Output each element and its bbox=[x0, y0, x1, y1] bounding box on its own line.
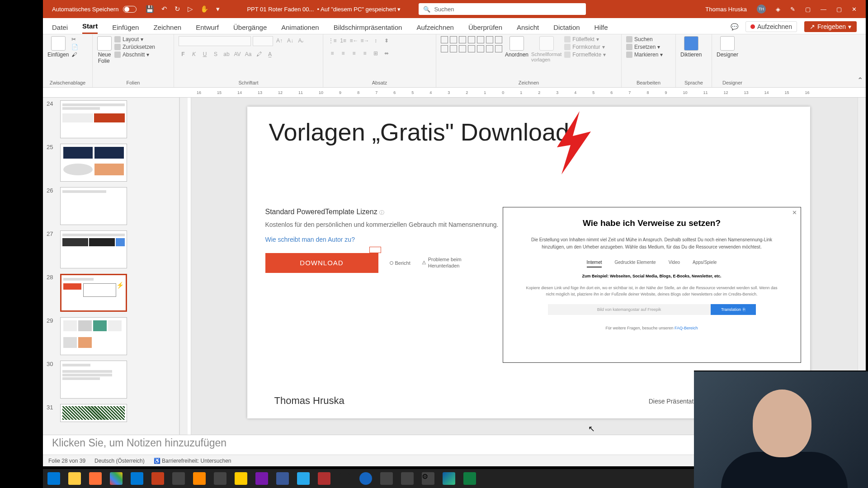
firefox-icon[interactable] bbox=[89, 472, 102, 485]
license-link[interactable]: Wie schreibt man den Autor zu? bbox=[265, 236, 500, 243]
lightning-bolt-icon[interactable] bbox=[546, 111, 595, 174]
share-button[interactable]: ↗Freigeben▾ bbox=[804, 21, 857, 32]
attribution-modal[interactable]: ✕ Wie habe ich Verweise zu setzen? Die E… bbox=[503, 207, 801, 363]
effects-button[interactable]: Formeffekte▾ bbox=[564, 52, 606, 58]
font-select[interactable] bbox=[179, 36, 251, 46]
maximize-icon[interactable]: ▢ bbox=[836, 6, 842, 13]
reset-button[interactable]: Zurücksetzen bbox=[114, 44, 155, 50]
start-menu-icon[interactable] bbox=[47, 472, 60, 485]
autosave-switch-icon[interactable] bbox=[123, 6, 137, 13]
comments-icon[interactable]: 💬 bbox=[731, 23, 738, 30]
highlight-button[interactable]: 🖍 bbox=[255, 50, 264, 59]
slide-thumb[interactable] bbox=[60, 187, 127, 225]
obs-icon[interactable] bbox=[339, 472, 351, 485]
paste-button[interactable]: Einfügen bbox=[47, 36, 69, 58]
fill-button[interactable]: Fülleffekt▾ bbox=[564, 36, 606, 42]
minimize-icon[interactable]: — bbox=[821, 6, 826, 13]
telegram-icon[interactable] bbox=[297, 472, 310, 485]
tab-ueberpruefen[interactable]: Überprüfen bbox=[468, 23, 502, 34]
tab-animationen[interactable]: Animationen bbox=[281, 23, 319, 34]
problem-link[interactable]: ⚠Probleme beim Herunterladen bbox=[422, 257, 467, 268]
slide-thumb[interactable] bbox=[60, 361, 127, 399]
copy-field[interactable]: Bild von katemangostar auf Freepik bbox=[548, 304, 711, 315]
slide-author[interactable]: Thomas Hruska bbox=[274, 395, 344, 407]
slide-thumb[interactable] bbox=[60, 100, 127, 138]
faq-link[interactable]: FAQ-Bereich bbox=[675, 326, 698, 330]
tab-ansicht[interactable]: Ansicht bbox=[517, 23, 539, 34]
slide-thumb[interactable] bbox=[60, 317, 127, 355]
tab-praesentation[interactable]: Bildschirmpräsentation bbox=[334, 23, 402, 34]
select-button[interactable]: Markieren▾ bbox=[626, 52, 663, 58]
document-title[interactable]: PPT 01 Roter Faden 00... • Auf "diesem P… bbox=[247, 6, 401, 13]
powerpoint-icon[interactable] bbox=[151, 472, 164, 485]
format-painter-icon[interactable]: 🖌 bbox=[71, 52, 78, 58]
search-box[interactable]: 🔍 Suchen bbox=[419, 3, 586, 15]
app-icon[interactable] bbox=[318, 472, 330, 485]
underline-button[interactable]: U bbox=[200, 50, 209, 59]
avatar[interactable]: TH bbox=[757, 5, 766, 14]
shapes-gallery[interactable] bbox=[441, 36, 502, 52]
cut-icon[interactable]: ✂ bbox=[71, 36, 78, 42]
settings-icon[interactable]: ⚙ bbox=[422, 472, 434, 485]
replace-button[interactable]: Ersetzen▾ bbox=[626, 44, 663, 50]
bericht-option[interactable]: Bericht bbox=[390, 260, 410, 266]
strike-button[interactable]: S bbox=[211, 50, 220, 59]
user-name[interactable]: Thomas Hruska bbox=[705, 6, 747, 13]
collapse-ribbon-icon[interactable]: ⌃ bbox=[857, 76, 863, 84]
modal-tab-internet[interactable]: Internet bbox=[587, 260, 602, 267]
slide-thumb[interactable] bbox=[60, 404, 127, 422]
slide-panel[interactable]: 24 25 26 27 28⚡ 29 30 31 bbox=[43, 98, 179, 435]
arrange-button[interactable]: Anordnen bbox=[505, 36, 528, 58]
tab-hilfe[interactable]: Hilfe bbox=[594, 23, 608, 34]
modal-tab-video[interactable]: Video bbox=[669, 260, 680, 267]
explorer-icon[interactable] bbox=[68, 472, 81, 485]
italic-button[interactable]: K bbox=[189, 50, 198, 59]
copy-button[interactable]: Translation⎘ bbox=[711, 304, 756, 315]
find-button[interactable]: Suchen bbox=[626, 36, 663, 42]
app-icon[interactable] bbox=[214, 472, 226, 485]
app-icon[interactable] bbox=[401, 472, 414, 485]
modal-tab-apps[interactable]: Apps/Spiele bbox=[693, 260, 717, 267]
diamond-icon[interactable]: ◈ bbox=[776, 6, 780, 13]
outlook-icon[interactable] bbox=[131, 472, 143, 485]
language-status[interactable]: Deutsch (Österreich) bbox=[94, 458, 145, 464]
tab-einfuegen[interactable]: Einfügen bbox=[112, 23, 139, 34]
section-button[interactable]: Abschnitt▾ bbox=[114, 52, 155, 58]
tab-dictation[interactable]: Dictation bbox=[553, 23, 580, 34]
app-icon[interactable] bbox=[276, 472, 289, 485]
tab-aufzeichnen[interactable]: Aufzeichnen bbox=[416, 23, 454, 34]
more-icon[interactable]: ▾ bbox=[216, 5, 220, 13]
undo-icon[interactable]: ↶ bbox=[161, 5, 167, 13]
autosave-toggle[interactable]: Automatisches Speichern bbox=[52, 6, 137, 13]
vlc-icon[interactable] bbox=[193, 472, 206, 485]
app-icon[interactable] bbox=[172, 472, 185, 485]
close-icon[interactable]: ✕ bbox=[792, 209, 797, 216]
license-box[interactable]: Standard PoweredTemplate Lizenz ⓘ Kosten… bbox=[265, 208, 500, 273]
tab-datei[interactable]: Datei bbox=[52, 23, 68, 34]
app-icon[interactable] bbox=[235, 472, 247, 485]
edge-icon[interactable] bbox=[443, 472, 455, 485]
redo-icon[interactable]: ↻ bbox=[175, 5, 180, 13]
font-color-button[interactable]: A̲ bbox=[265, 50, 274, 59]
close-icon[interactable]: ✕ bbox=[852, 6, 857, 13]
quick-styles-button[interactable]: Schnellformat vorlagen bbox=[531, 36, 561, 62]
save-icon[interactable]: 💾 bbox=[146, 5, 154, 13]
slide-thumb[interactable] bbox=[60, 230, 127, 268]
tab-zeichnen[interactable]: Zeichnen bbox=[153, 23, 181, 34]
new-slide-button[interactable]: Neue Folie bbox=[97, 36, 112, 64]
touch-icon[interactable]: ✋ bbox=[200, 5, 209, 13]
download-button[interactable]: DOWNLOAD bbox=[265, 253, 378, 273]
app-icon[interactable] bbox=[359, 472, 372, 485]
copy-icon[interactable]: 📄 bbox=[71, 44, 78, 50]
pen-icon[interactable]: ✎ bbox=[790, 6, 795, 13]
slide-title[interactable]: Vorlagen „Gratis" Download bbox=[269, 118, 570, 146]
designer-button[interactable]: Designer bbox=[717, 36, 738, 58]
excel-icon[interactable] bbox=[463, 472, 476, 485]
app-icon[interactable] bbox=[380, 472, 393, 485]
onenote-icon[interactable] bbox=[255, 472, 268, 485]
chrome-icon[interactable] bbox=[110, 472, 123, 485]
layout-button[interactable]: Layout▾ bbox=[114, 36, 155, 42]
tab-start[interactable]: Start bbox=[82, 22, 98, 34]
modal-tab-print[interactable]: Gedruckte Elemente bbox=[614, 260, 656, 267]
tab-uebergaenge[interactable]: Übergänge bbox=[233, 23, 267, 34]
